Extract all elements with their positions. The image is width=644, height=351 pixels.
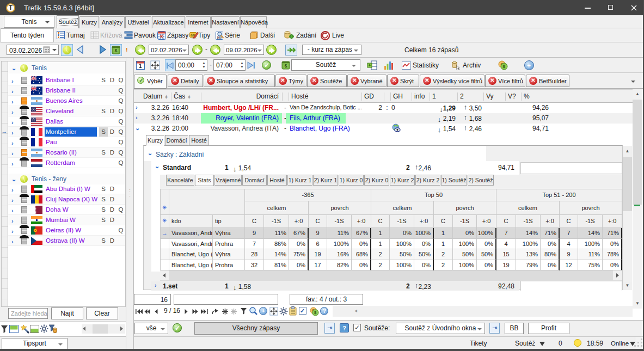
svg-text:1: 1 — [139, 63, 142, 69]
svg-text:100: 100 — [217, 36, 222, 39]
svg-text:$: $ — [115, 48, 118, 53]
svg-text:$: $ — [503, 64, 506, 69]
svg-text:$: $ — [285, 63, 287, 69]
